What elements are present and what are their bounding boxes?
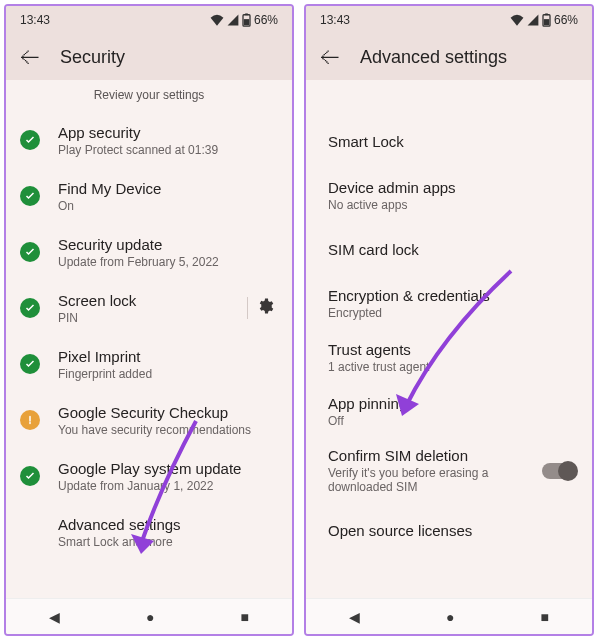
status-time: 13:43 <box>20 13 50 27</box>
row-title: Encryption & credentials <box>328 287 576 304</box>
nav-back-icon[interactable]: ◀ <box>49 609 60 625</box>
row-advanced-settings[interactable]: Advanced settingsSmart Lock and more <box>6 504 292 560</box>
svg-rect-5 <box>544 19 549 25</box>
appbar: 🡠 Security <box>6 34 292 80</box>
row-sim-card-lock[interactable]: SIM card lock <box>306 222 592 276</box>
check-icon <box>20 298 40 318</box>
settings-list: App securityPlay Protect scanned at 01:3… <box>6 112 292 598</box>
wifi-icon <box>210 14 224 26</box>
row-title: Google Play system update <box>58 460 276 477</box>
back-icon[interactable]: 🡠 <box>320 46 340 69</box>
svg-rect-2 <box>244 19 249 25</box>
row-sub: Smart Lock and more <box>58 535 276 549</box>
page-title: Advanced settings <box>360 47 507 68</box>
appbar: 🡠 Advanced settings <box>306 34 592 80</box>
row-screen-lock[interactable]: Screen lockPIN <box>6 280 292 336</box>
row-title: Security update <box>58 236 276 253</box>
row-trust-agents[interactable]: Trust agents1 active trust agent <box>306 330 592 384</box>
phone-left: 13:43 66% 🡠 Security Review your setting… <box>4 4 294 636</box>
signal-icon <box>527 14 539 26</box>
nav-recent-icon[interactable]: ■ <box>241 609 249 625</box>
row-sub: No active apps <box>328 198 576 212</box>
check-icon <box>20 242 40 262</box>
svg-rect-4 <box>545 13 548 15</box>
check-icon <box>20 354 40 374</box>
row-sub: Update from February 5, 2022 <box>58 255 276 269</box>
row-title: Open source licenses <box>328 522 576 539</box>
row-title: Find My Device <box>58 180 276 197</box>
row-sub: Encrypted <box>328 306 576 320</box>
row-sub: PIN <box>58 311 247 325</box>
row-title: Google Security Checkup <box>58 404 276 421</box>
row-sub: 1 active trust agent <box>328 360 576 374</box>
row-sub: Off <box>328 414 576 428</box>
wifi-icon <box>510 14 524 26</box>
status-right: 66% <box>510 13 578 27</box>
check-icon <box>20 466 40 486</box>
row-security-update[interactable]: Security updateUpdate from February 5, 2… <box>6 224 292 280</box>
row-title: Advanced settings <box>58 516 276 533</box>
statusbar: 13:43 66% <box>306 6 592 34</box>
navbar: ◀ ● ■ <box>6 598 292 634</box>
subheader: Review your settings <box>6 80 292 112</box>
row-encryption-credentials[interactable]: Encryption & credentialsEncrypted <box>306 276 592 330</box>
row-title: Device admin apps <box>328 179 576 196</box>
svg-rect-1 <box>245 13 248 15</box>
row-title: Smart Lock <box>328 133 576 150</box>
row-title: App pinning <box>328 395 576 412</box>
row-confirm-sim-deletion[interactable]: Confirm SIM deletionVerify it's you befo… <box>306 438 592 503</box>
nav-back-icon[interactable]: ◀ <box>349 609 360 625</box>
row-title: Screen lock <box>58 292 247 309</box>
row-pixel-imprint[interactable]: Pixel ImprintFingerprint added <box>6 336 292 392</box>
nav-home-icon[interactable]: ● <box>446 609 454 625</box>
advanced-list: Smart Lock Device admin appsNo active ap… <box>306 114 592 598</box>
phone-right: 13:43 66% 🡠 Advanced settings Smart Lock… <box>304 4 594 636</box>
nav-recent-icon[interactable]: ■ <box>541 609 549 625</box>
row-sub: Update from January 1, 2022 <box>58 479 276 493</box>
status-right: 66% <box>210 13 278 27</box>
row-open-source-licenses[interactable]: Open source licenses <box>306 503 592 557</box>
navbar: ◀ ● ■ <box>306 598 592 634</box>
battery-icon <box>242 13 251 27</box>
row-title: SIM card lock <box>328 241 576 258</box>
row-app-pinning[interactable]: App pinningOff <box>306 384 592 438</box>
row-sub: On <box>58 199 276 213</box>
row-find-my-device[interactable]: Find My DeviceOn <box>6 168 292 224</box>
warning-icon <box>20 410 40 430</box>
row-sub: Play Protect scanned at 01:39 <box>58 143 276 157</box>
row-sub: You have security recommendations <box>58 423 276 437</box>
toggle-switch[interactable] <box>542 463 576 479</box>
row-google-play-system-update[interactable]: Google Play system updateUpdate from Jan… <box>6 448 292 504</box>
row-title: Pixel Imprint <box>58 348 276 365</box>
statusbar: 13:43 66% <box>6 6 292 34</box>
check-icon <box>20 130 40 150</box>
battery-pct: 66% <box>254 13 278 27</box>
row-smart-lock[interactable]: Smart Lock <box>306 114 592 168</box>
battery-pct: 66% <box>554 13 578 27</box>
row-sub: Fingerprint added <box>58 367 276 381</box>
status-time: 13:43 <box>320 13 350 27</box>
gear-icon[interactable] <box>247 297 276 319</box>
nav-home-icon[interactable]: ● <box>146 609 154 625</box>
check-icon <box>20 186 40 206</box>
row-device-admin-apps[interactable]: Device admin appsNo active apps <box>306 168 592 222</box>
battery-icon <box>542 13 551 27</box>
page-title: Security <box>60 47 125 68</box>
row-title: Confirm SIM deletion <box>328 447 542 464</box>
row-google-security-checkup[interactable]: Google Security CheckupYou have security… <box>6 392 292 448</box>
back-icon[interactable]: 🡠 <box>20 46 40 69</box>
row-sub: Verify it's you before erasing a downloa… <box>328 466 508 494</box>
row-app-security[interactable]: App securityPlay Protect scanned at 01:3… <box>6 112 292 168</box>
signal-icon <box>227 14 239 26</box>
row-title: Trust agents <box>328 341 576 358</box>
row-title: App security <box>58 124 276 141</box>
